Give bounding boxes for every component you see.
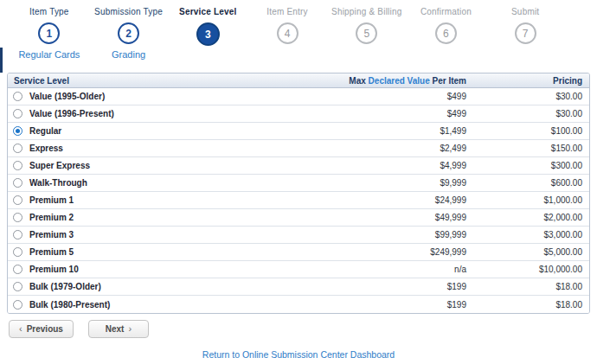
radio-unselected[interactable] (13, 178, 22, 188)
step-number-circle[interactable]: 3 (196, 22, 220, 46)
step-sublabel-empty (286, 49, 288, 60)
service-level-label: Express (29, 144, 63, 153)
service-level-label: Walk-Through (29, 178, 87, 188)
max-declared-value: $249,999 (338, 247, 477, 257)
step-sublabel-empty (207, 51, 209, 61)
service-level-label: Super Express (29, 161, 90, 170)
wizard-stepper: Item Type 1 Regular Cards Submission Typ… (10, 7, 565, 61)
header-max-prefix: Max (349, 76, 368, 86)
max-declared-value: $4,999 (338, 161, 477, 170)
table-row[interactable]: Bulk (1979-Older) $199 $18.00 (8, 278, 589, 296)
step-number-circle[interactable]: 7 (515, 22, 536, 44)
service-level-label: Premium 1 (29, 195, 74, 205)
service-level-label: Bulk (1980-Present) (29, 300, 110, 310)
radio-unselected[interactable] (13, 230, 22, 239)
radio-unselected[interactable] (13, 92, 22, 101)
pricing-value: $18.00 (477, 282, 589, 291)
table-row[interactable]: Bulk (1980-Present) $199 $18.00 (8, 296, 589, 313)
radio-unselected[interactable] (13, 161, 22, 170)
pricing-value: $300.00 (477, 161, 589, 170)
service-level-label: Value (1995-Older) (29, 92, 105, 101)
service-level-label: Value (1996-Present) (29, 109, 114, 118)
pricing-value: $100.00 (477, 126, 589, 136)
radio-unselected[interactable] (13, 300, 22, 310)
table-row[interactable]: Walk-Through $9,999 $600.00 (8, 175, 589, 192)
pricing-value: $1,000.00 (477, 195, 589, 205)
step-sublabel-empty (524, 49, 527, 60)
step-item-type: Item Type 1 Regular Cards (10, 7, 89, 61)
table-row[interactable]: Premium 5 $249,999 $5,000.00 (8, 244, 589, 261)
table-row[interactable]: Premium 2 $49,999 $2,000.00 (8, 209, 589, 227)
max-declared-value: $49,999 (338, 213, 477, 222)
step-item-entry: Item Entry 4 (247, 7, 327, 61)
service-level-label: Bulk (1979-Older) (29, 282, 101, 291)
left-arrow-icon: ‹ (19, 324, 22, 334)
radio-unselected[interactable] (13, 144, 22, 153)
max-declared-value: $499 (338, 92, 477, 101)
max-declared-value: $499 (338, 109, 477, 118)
header-pricing: Pricing (477, 76, 589, 86)
max-declared-value: n/a (338, 265, 477, 274)
table-row[interactable]: Premium 10 n/a $10,000.00 (8, 261, 589, 278)
step-sublabel-empty (445, 49, 447, 60)
step-label: Item Entry (266, 7, 308, 16)
step-label: Confirmation (420, 7, 472, 16)
service-level-label: Regular (29, 126, 61, 136)
max-declared-value: $99,999 (338, 230, 477, 239)
header-per-item-suffix: Per Item (430, 76, 466, 86)
step-label: Submit (511, 7, 539, 16)
header-max-declared-value: Max Declared Value Per Item (338, 76, 477, 86)
previous-button-label: Previous (27, 324, 63, 334)
service-level-label: Premium 5 (29, 247, 74, 257)
table-row[interactable]: Premium 3 $99,999 $3,000.00 (8, 227, 589, 244)
pricing-value: $150.00 (477, 144, 589, 153)
radio-unselected[interactable] (13, 282, 22, 291)
step-label: Shipping & Billing (331, 7, 401, 16)
radio-unselected[interactable] (13, 265, 22, 274)
return-to-dashboard-link[interactable]: Return to Online Submission Center Dashb… (202, 349, 395, 360)
pricing-value: $3,000.00 (477, 230, 589, 239)
previous-button[interactable]: ‹Previous (9, 320, 74, 338)
service-level-page: Item Type 1 Regular Cards Submission Typ… (0, 0, 597, 364)
step-label: Service Level (179, 7, 237, 16)
pricing-value: $30.00 (477, 109, 589, 118)
pricing-value: $18.00 (477, 300, 589, 310)
service-level-label: Premium 3 (29, 230, 74, 239)
table-body: Value (1995-Older) $499 $30.00 Value (19… (8, 88, 589, 313)
table-row[interactable]: Regular $1,499 $100.00 (8, 123, 589, 140)
table-row[interactable]: Value (1996-Present) $499 $30.00 (8, 105, 589, 123)
service-level-label: Premium 10 (29, 265, 79, 274)
table-row[interactable]: Express $2,499 $150.00 (8, 140, 589, 157)
radio-selected[interactable] (13, 126, 22, 136)
step-submission-type: Submission Type 2 Grading (89, 7, 169, 61)
table-row[interactable]: Premium 1 $24,999 $1,000.00 (8, 192, 589, 209)
step-number-circle[interactable]: 1 (38, 22, 60, 44)
radio-unselected[interactable] (13, 247, 22, 257)
step-number-circle[interactable]: 5 (356, 22, 377, 44)
max-declared-value: $9,999 (338, 178, 477, 188)
pricing-value: $2,000.00 (477, 213, 589, 222)
declared-value-link[interactable]: Declared Value (369, 76, 430, 86)
next-button-label: Next (106, 324, 125, 334)
step-confirmation: Confirmation 6 (407, 7, 486, 61)
max-declared-value: $199 (338, 300, 477, 310)
table-row[interactable]: Value (1995-Older) $499 $30.00 (8, 88, 589, 105)
pricing-value: $600.00 (477, 178, 589, 188)
next-button[interactable]: Next› (88, 320, 149, 338)
step-number-circle[interactable]: 6 (435, 22, 457, 44)
step-sublabel: Regular Cards (18, 49, 80, 60)
service-level-table: Service Level Max Declared Value Per Ite… (7, 73, 590, 314)
pricing-value: $5,000.00 (477, 247, 589, 257)
table-header-row: Service Level Max Declared Value Per Ite… (8, 73, 589, 88)
dashboard-link-wrap: Return to Online Submission Center Dashb… (0, 346, 597, 361)
right-arrow-icon: › (128, 324, 132, 334)
radio-unselected[interactable] (13, 195, 22, 205)
table-row[interactable]: Super Express $4,999 $300.00 (8, 157, 589, 175)
step-label: Item Type (29, 7, 69, 16)
step-number-circle[interactable]: 4 (277, 22, 298, 44)
step-number-circle[interactable]: 2 (118, 22, 139, 44)
header-service-level: Service Level (8, 76, 338, 86)
radio-unselected[interactable] (13, 109, 22, 118)
pricing-value: $10,000.00 (477, 265, 589, 274)
radio-unselected[interactable] (13, 213, 22, 222)
